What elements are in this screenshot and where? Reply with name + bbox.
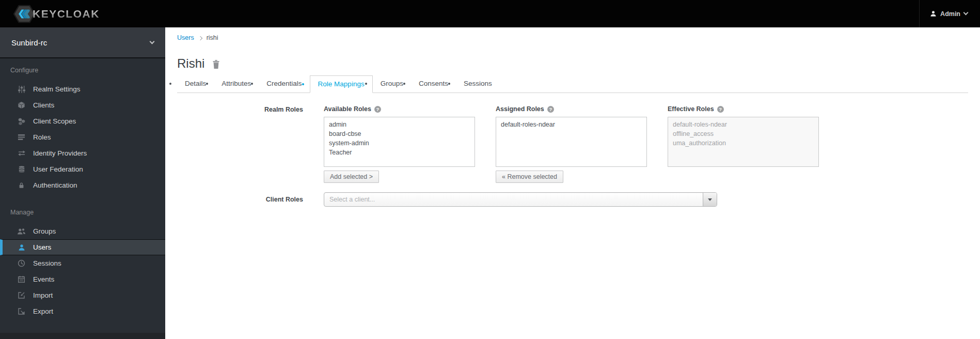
add-selected-button[interactable]: Add selected > [324,171,379,183]
list-icon [17,133,26,142]
sidebar-item-label: Identity Providers [33,149,87,157]
sidebar: Sunbird-rc ConfigureRealm SettingsClient… [0,27,165,339]
sidebar-item-label: User Federation [33,165,83,173]
help-icon[interactable] [547,106,554,113]
lock-icon [17,181,26,190]
sidebar-bottom-strip [0,333,165,339]
user-icon [930,10,937,17]
tab-role-mappings[interactable]: Role Mappings [310,75,373,93]
role-mappings-form: Realm Roles Available Roles adminboard-c… [177,105,968,207]
sidebar-section-manage: ManageGroupsUsersSessionsEventsImportExp… [0,193,165,319]
user-icon [17,243,26,252]
client-roles-label: Client Roles [177,196,303,203]
keycloak-admin-console: KEYCLOAK Admin Sunbird-rc ConfigureRealm… [0,0,980,339]
sidebar-section-list: Realm SettingsClientsClient ScopesRolesI… [0,81,165,193]
sidebar-item-sessions[interactable]: Sessions [0,255,165,271]
clock-icon [17,259,26,268]
users-icon [17,227,26,236]
export-icon [17,307,26,316]
sidebar-section-list: GroupsUsersSessionsEventsImportExport [0,223,165,319]
sidebar-item-label: Realm Settings [33,85,81,93]
tab-bar: DetailsAttributesCredentialsRole Mapping… [177,75,968,93]
sidebar-item-label: Users [33,243,51,251]
select-dropdown-button[interactable] [703,193,717,206]
calendar-icon [17,275,26,284]
sidebar-item-export[interactable]: Export [0,303,165,319]
role-option[interactable]: Teacher [324,148,475,157]
role-option[interactable]: system-admin [324,138,475,148]
help-icon[interactable] [374,106,381,113]
available-roles-header: Available Roles [324,105,475,113]
role-option[interactable]: admin [324,120,475,129]
cube-icon [17,101,26,110]
delete-user-icon[interactable] [212,60,220,69]
chevron-down-icon [150,39,155,44]
database-icon [17,165,26,174]
help-icon[interactable] [717,106,724,113]
role-option[interactable]: default-roles-ndear [496,120,646,129]
sidebar-item-clients[interactable]: Clients [0,97,165,113]
role-option[interactable]: board-cbse [324,129,475,138]
sidebar-item-import[interactable]: Import [0,287,165,303]
top-navbar: KEYCLOAK Admin [0,0,980,27]
exchange-icon [17,149,26,158]
assigned-roles-listbox[interactable]: default-roles-ndear [496,117,647,167]
sidebar-item-user-federation[interactable]: User Federation [0,161,165,177]
realm-selector[interactable]: Sunbird-rc [0,27,165,58]
sidebar-item-label: Events [33,275,54,283]
breadcrumb: Users rishi [177,34,968,41]
sidebar-item-label: Sessions [33,259,61,267]
main-content: Users rishi Rishi DetailsAttributesCrede… [165,27,980,339]
assigned-roles-label: Assigned Roles [496,105,544,113]
sidebar-item-events[interactable]: Events [0,271,165,287]
client-select[interactable]: Select a client... [324,192,717,207]
sidebar-item-roles[interactable]: Roles [0,129,165,145]
effective-roles-listbox: default-roles-ndearoffline_accessuma_aut… [668,117,819,167]
brand-name: KEYCLOAK [33,8,100,20]
sidebar-item-users[interactable]: Users [0,239,165,255]
sidebar-item-groups[interactable]: Groups [0,223,165,239]
role-option: offline_access [668,129,818,138]
realm-roles-row: Realm Roles Available Roles adminboard-c… [177,105,968,183]
sidebar-item-label: Groups [33,227,56,235]
sidebar-item-client-scopes[interactable]: Client Scopes [0,113,165,129]
client-roles-row: Client Roles Select a client... [177,192,968,207]
sidebar-item-label: Export [33,307,53,315]
keycloak-logo[interactable]: KEYCLOAK [0,4,100,24]
page-title: Rishi [177,55,204,72]
breadcrumb-current: rishi [207,34,218,41]
sidebar-item-identity-providers[interactable]: Identity Providers [0,145,165,161]
chevron-right-icon [198,36,202,40]
sidebar-item-label: Client Scopes [33,117,76,125]
page-title-row: Rishi [177,55,968,72]
user-menu-label: Admin [940,10,960,18]
assigned-roles-column: Assigned Roles default-roles-ndear « Rem… [496,105,647,183]
sidebar-section-title: Manage [0,193,165,220]
realm-roles-controls: Available Roles adminboard-cbsesystem-ad… [324,105,840,183]
available-roles-listbox[interactable]: adminboard-cbsesystem-adminTeacher [324,117,475,167]
client-roles-controls: Select a client... [324,192,717,207]
sidebar-item-realm-settings[interactable]: Realm Settings [0,81,165,97]
realm-name: Sunbird-rc [11,38,47,47]
sidebar-item-label: Import [33,291,53,299]
available-roles-column: Available Roles adminboard-cbsesystem-ad… [324,105,475,183]
caret-down-icon [708,198,712,201]
client-select-placeholder: Select a client... [324,196,703,203]
sidebar-nav: ConfigureRealm SettingsClientsClient Sco… [0,58,165,319]
tab-sessions[interactable]: Sessions [456,75,500,93]
assigned-roles-header: Assigned Roles [496,105,647,113]
sidebar-section-configure: ConfigureRealm SettingsClientsClient Sco… [0,58,165,193]
sidebar-item-authentication[interactable]: Authentication [0,177,165,193]
realm-roles-label: Realm Roles [177,105,303,183]
effective-roles-label: Effective Roles [668,105,714,113]
chevron-down-icon [963,10,969,16]
effective-roles-column: Effective Roles default-roles-ndearoffli… [668,105,819,183]
user-menu[interactable]: Admin [919,0,980,27]
available-roles-label: Available Roles [324,105,371,113]
remove-selected-button[interactable]: « Remove selected [496,171,563,183]
sidebar-item-label: Roles [33,133,51,141]
sidebar-section-title: Configure [0,58,165,78]
breadcrumb-users-link[interactable]: Users [177,34,194,41]
cubes-icon [17,117,26,126]
sliders-icon [17,85,26,94]
